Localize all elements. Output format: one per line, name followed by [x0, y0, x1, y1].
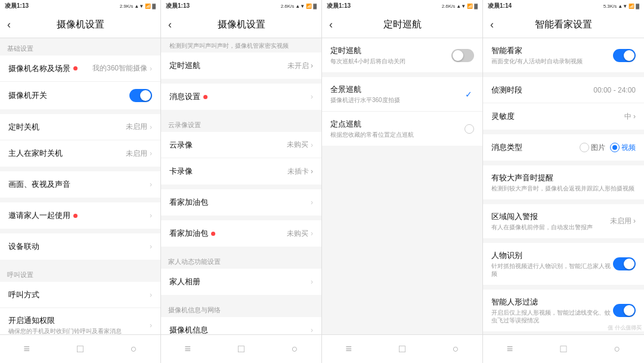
cloud-label: 云录像: [169, 140, 193, 150]
list-item-patrol-toggle[interactable]: 定时巡航 每次巡航4小时后将自动关闭: [322, 38, 482, 72]
wifi-icon-4: 📶: [628, 4, 634, 9]
notify-perm-label: 开启通知权限: [8, 315, 150, 326]
bottom-back-icon[interactable]: ○: [122, 337, 145, 361]
section-family-activity: 家人动态功能设置: [161, 251, 321, 269]
notice-text: 检测到哭声叫声叫声时，摄像机管家密实视频: [161, 38, 321, 53]
list-item-person-id[interactable]: 人物识别 针对抓拍视频进行人物识别，智能汇总家人视频: [483, 243, 644, 285]
booster2-value: 未购买: [287, 229, 308, 239]
list-item-timer-off[interactable]: 定时关机 未启用 ›: [0, 114, 160, 140]
panoramic-subtitle: 摄像机进行水平360度拍摄: [330, 96, 463, 104]
bottom-menu-icon-3[interactable]: ≡: [337, 337, 361, 361]
list-item-cloud[interactable]: 云录像 未购买 ›: [161, 132, 321, 158]
list-item-panoramic[interactable]: 全景巡航 摄像机进行水平360度拍摄 ✓: [322, 77, 482, 112]
person-id-subtitle: 针对抓拍视频进行人物识别，智能汇总家人视频: [491, 262, 613, 278]
back-button-1[interactable]: ‹: [7, 19, 11, 31]
list-item-notify-perm[interactable]: 开启通知权限 确保您的手机及时收到门铃呼叫及看家消息 ›: [0, 308, 160, 334]
card-record-value: 未插卡 ›: [287, 167, 313, 177]
patrol-toggle-label: 定时巡航: [330, 45, 451, 56]
bottom-home-icon-2[interactable]: □: [229, 337, 253, 361]
list-item-sensitivity[interactable]: 灵敏度 中 ›: [483, 103, 644, 130]
list-item-device-link[interactable]: 设备联动 ›: [0, 233, 160, 260]
list-item-fixed-patrol[interactable]: 定点巡航 根据您收藏的常看位置定点巡航: [322, 112, 482, 146]
list-item-timed-patrol-2[interactable]: 定时巡航 未开启 ›: [161, 53, 321, 79]
time-1: 凌晨1:13: [5, 2, 29, 10]
list-item-booster[interactable]: 看家加油包 ›: [161, 189, 321, 216]
radio-video-option[interactable]: 视频: [610, 143, 636, 153]
list-item-card-record[interactable]: 卡录像 未插卡 ›: [161, 158, 321, 184]
bottom-bar-4: ≡ □ ○: [483, 334, 644, 363]
family-album-label: 家人相册: [169, 276, 200, 287]
back-button-3[interactable]: ‹: [329, 19, 333, 31]
smart-toggle-label: 智能看家: [491, 45, 613, 56]
list-item-display[interactable]: 画面、夜视及声音 ›: [0, 171, 160, 198]
display-label: 画面、夜视及声音: [8, 179, 150, 190]
person-id-label: 人物识别: [491, 250, 613, 261]
human-filter-subtitle: 开启后仅上报人形视频，智能过滤线变化、蚊虫飞过等误报情况: [491, 309, 613, 324]
bottom-menu-icon[interactable]: ≡: [15, 337, 39, 361]
nav-title-1: 摄像机设置: [57, 19, 104, 31]
card-family-album: 家人相册 ›: [161, 269, 321, 295]
status-icons-2: 2.6K/s ▲▼ 📶 ▓: [281, 4, 317, 9]
panel-3: 凌晨1:13 2.6K/s ▲▼ 📶 ▓ ‹ 定时巡航 定时巡航 每次巡航4小时…: [322, 0, 483, 363]
list-item-camera-name[interactable]: 摄像机名称及场景 我的360智能摄像 ›: [0, 56, 160, 82]
list-item-message-settings[interactable]: 消息设置 ›: [161, 84, 321, 110]
patrol-toggle[interactable]: [451, 49, 474, 62]
list-item-family-album[interactable]: 家人相册 ›: [161, 269, 321, 295]
bottom-menu-icon-4[interactable]: ≡: [498, 337, 522, 361]
nav-title-2: 摄像机设置: [218, 19, 265, 31]
zone-alarm-value: 未启用 ›: [610, 216, 636, 226]
smart-home-toggle[interactable]: [613, 49, 636, 62]
list-item-smart-toggle[interactable]: 智能看家 画面变化/有人活动时自动录制视频: [483, 38, 644, 72]
bottom-home-icon-4[interactable]: □: [552, 337, 575, 361]
radio-image-option[interactable]: 图片: [580, 143, 605, 153]
list-item-cam-info[interactable]: 摄像机信息 ›: [161, 317, 321, 334]
camera-toggle[interactable]: [129, 89, 152, 102]
list-item-zone-alarm[interactable]: 区域闯入警报 有人在摄像机前停留，自动发出警报声 未启用 ›: [483, 204, 644, 238]
bottom-home-icon[interactable]: □: [68, 337, 92, 361]
list-item-camera-switch[interactable]: 摄像机开关: [0, 82, 160, 109]
signal-icon-1: ▲▼: [134, 4, 144, 9]
detect-period-label: 侦测时段: [491, 85, 522, 96]
msg-type-label: 消息类型: [491, 142, 522, 153]
zone-alarm-label: 区域闯入警报: [491, 211, 610, 222]
signal-icon-3: ▲▼: [456, 4, 466, 9]
camera-name-label: 摄像机名称及场景: [8, 63, 70, 74]
list-item-booster2[interactable]: 看家加油包 未购买 ›: [161, 220, 321, 247]
list-item-invite[interactable]: 邀请家人一起使用 ›: [0, 202, 160, 229]
notify-perm-subtitle: 确保您的手机及时收到门铃呼叫及看家消息: [8, 327, 150, 334]
list-item-home-off[interactable]: 主人在家时关机 未启用 ›: [0, 140, 160, 167]
chevron-icon: ›: [150, 149, 152, 158]
red-dot-message: [203, 95, 208, 99]
radio-image[interactable]: [580, 143, 589, 152]
bottom-back-icon-4[interactable]: ○: [605, 337, 629, 361]
back-button-4[interactable]: ‹: [490, 19, 494, 31]
list-item-detect-period[interactable]: 侦测时段 00:00 - 24:00: [483, 77, 644, 103]
list-item-call-method[interactable]: 呼叫方式 ›: [0, 282, 160, 308]
status-bar-3: 凌晨1:13 2.6K/s ▲▼ 📶 ▓: [322, 0, 482, 12]
radio-video-label: 视频: [621, 143, 636, 153]
time-4: 凌晨1:14: [488, 2, 512, 10]
bottom-home-icon-3[interactable]: □: [390, 337, 414, 361]
home-off-label: 主人在家时关机: [8, 148, 126, 159]
bottom-menu-icon-2[interactable]: ≡: [176, 337, 200, 361]
nav-title-3: 定时巡航: [383, 19, 422, 31]
battery-icon-2: ▓: [313, 4, 317, 9]
card-timer-section: 定时关机 未启用 › 主人在家时关机 未启用 ›: [0, 114, 160, 167]
panel-3-content: 定时巡航 每次巡航4小时后将自动关闭 全景巡航 摄像机进行水平360度拍摄 ✓: [322, 38, 482, 334]
person-id-toggle[interactable]: [613, 257, 636, 270]
back-button-2[interactable]: ‹: [168, 19, 172, 31]
list-item-sound-alert: 有较大声音时提醒 检测到较大声音时，摄像机会返视并跟踪人形拍摄视频: [483, 165, 644, 199]
card-person-id: 人物识别 针对抓拍视频进行人物识别，智能汇总家人视频: [483, 243, 644, 285]
invite-label: 邀请家人一起使用: [8, 210, 70, 221]
sensitivity-value: 中 ›: [624, 112, 636, 122]
human-filter-toggle[interactable]: [613, 304, 636, 317]
radio-fixed-patrol[interactable]: [465, 124, 474, 134]
radio-video[interactable]: [610, 143, 620, 152]
network-speed-3: 2.6K/s: [442, 4, 456, 9]
smart-toggle-subtitle: 画面变化/有人活动时自动录制视频: [491, 57, 613, 65]
bottom-back-icon-2[interactable]: ○: [283, 337, 306, 361]
radio-image-label: 图片: [591, 143, 605, 153]
card-booster: 看家加油包 ›: [161, 189, 321, 216]
wifi-icon-2: 📶: [306, 4, 312, 9]
bottom-back-icon-3[interactable]: ○: [444, 337, 467, 361]
